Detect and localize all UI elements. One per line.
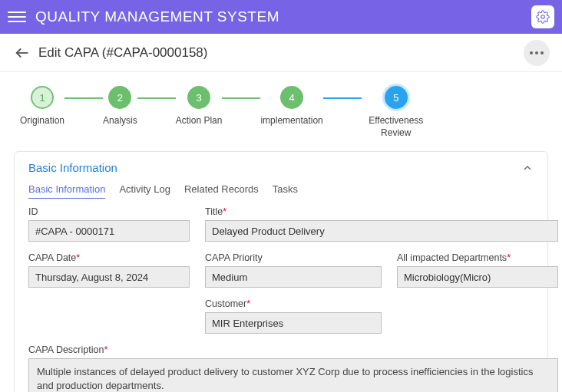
input-id[interactable]: #CAPA - 0000171 xyxy=(28,220,190,242)
field-id: ID #CAPA - 0000171 xyxy=(28,206,190,242)
field-capa-priority: CAPA Priority Medium xyxy=(205,252,382,288)
field-impacted-departments: All impacted Departments* Microbiology(M… xyxy=(397,252,558,288)
step-number: 3 xyxy=(187,86,210,109)
step-label: Effectiveness Review xyxy=(362,115,431,139)
step-label: Origination xyxy=(20,115,64,127)
input-customer[interactable]: MIR Enterprises xyxy=(205,312,382,334)
input-impacted-departments[interactable]: Microbiology(Micro) xyxy=(397,266,558,288)
progress-stepper: 1 Origination 2 Analysis 3 Action Plan 4… xyxy=(14,86,548,151)
menu-icon[interactable] xyxy=(8,8,26,26)
step-number: 2 xyxy=(108,86,131,109)
label-impacted-departments: All impacted Departments* xyxy=(397,252,558,263)
step-analysis[interactable]: 2 Analysis xyxy=(103,86,137,127)
more-button[interactable] xyxy=(524,40,550,66)
label-capa-description: CAPA Description* xyxy=(28,344,558,355)
input-title[interactable]: Delayed Product Delivery xyxy=(205,220,558,242)
top-bar: QUALITY MANAGEMENT SYSTEM xyxy=(0,0,562,34)
step-origination[interactable]: 1 Origination xyxy=(20,86,64,127)
field-capa-description: CAPA Description* Multiple instances of … xyxy=(28,344,558,392)
step-action-plan[interactable]: 3 Action Plan xyxy=(176,86,223,127)
form-grid: ID #CAPA - 0000171 Title* Delayed Produc… xyxy=(15,206,547,392)
label-capa-date: CAPA Date* xyxy=(28,252,190,263)
step-label: Analysis xyxy=(103,115,137,127)
tab-tasks[interactable]: Tasks xyxy=(273,183,298,199)
basic-info-card: Basic Information Basic Information Acti… xyxy=(14,151,548,392)
step-number: 4 xyxy=(280,86,303,109)
step-label: Action Plan xyxy=(176,115,223,127)
label-title: Title* xyxy=(205,206,558,217)
card-header[interactable]: Basic Information xyxy=(15,152,547,183)
step-label: implementation xyxy=(260,115,322,127)
step-number: 5 xyxy=(385,86,408,109)
field-customer: Customer* MIR Enterprises xyxy=(205,298,382,334)
step-connector xyxy=(64,97,103,99)
card-title: Basic Information xyxy=(28,161,117,174)
dots-icon xyxy=(530,51,533,54)
step-connector xyxy=(222,97,260,99)
tab-basic-information[interactable]: Basic Information xyxy=(28,183,105,199)
field-capa-date: CAPA Date* Thursday, August 8, 2024 xyxy=(28,252,190,288)
textarea-capa-description[interactable]: Multiple instances of delayed product de… xyxy=(28,358,558,392)
step-number: 1 xyxy=(31,86,54,109)
chevron-up-icon xyxy=(521,162,534,174)
step-connector xyxy=(137,97,176,99)
step-connector xyxy=(323,97,362,99)
input-capa-priority[interactable]: Medium xyxy=(205,266,382,288)
field-title: Title* Delayed Product Delivery xyxy=(205,206,558,242)
tab-activity-log[interactable]: Activity Log xyxy=(119,183,170,199)
sub-header: Edit CAPA (#CAPA-0000158) xyxy=(0,34,562,72)
svg-point-0 xyxy=(541,15,545,19)
app-title: QUALITY MANAGEMENT SYSTEM xyxy=(35,8,279,25)
label-capa-priority: CAPA Priority xyxy=(205,252,382,263)
label-customer: Customer* xyxy=(205,298,382,309)
settings-button[interactable] xyxy=(531,5,554,28)
tab-related-records[interactable]: Related Records xyxy=(184,183,259,199)
label-id: ID xyxy=(28,206,190,217)
back-button[interactable] xyxy=(14,44,31,61)
arrow-left-icon xyxy=(14,44,31,61)
gear-icon xyxy=(536,10,550,24)
step-effectiveness-review[interactable]: 5 Effectiveness Review xyxy=(362,86,431,139)
input-capa-date[interactable]: Thursday, August 8, 2024 xyxy=(28,266,190,288)
card-tabs: Basic Information Activity Log Related R… xyxy=(15,183,547,206)
step-implementation[interactable]: 4 implementation xyxy=(260,86,322,127)
page-title: Edit CAPA (#CAPA-0000158) xyxy=(38,45,208,61)
